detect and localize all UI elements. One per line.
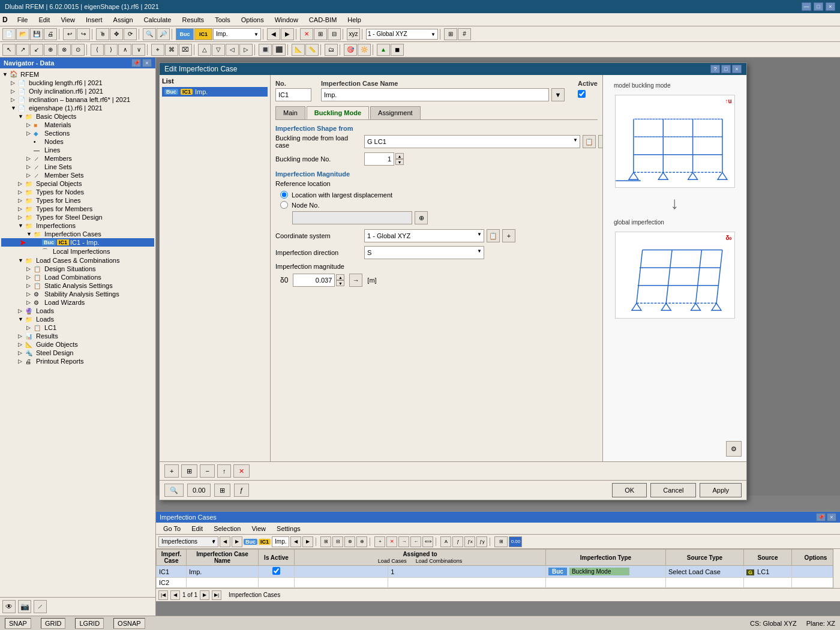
t2-19[interactable]: ⬛ (272, 44, 286, 56)
table-btn[interactable]: ⊞ (444, 28, 457, 40)
ic-table-scroll[interactable]: Imperf.Case Imperfection CaseName Is Act… (156, 549, 840, 588)
nav-types-steel[interactable]: ▷ 📁 Types for Steel Design (1, 213, 154, 221)
menu-options[interactable]: Options (236, 15, 269, 25)
t2-13[interactable]: ⌧ (179, 44, 192, 56)
nav-types-lines[interactable]: ▷ 📁 Types for Lines (1, 196, 154, 205)
menu-window[interactable]: Window (270, 15, 303, 25)
nav-sections[interactable]: ▷ ◆ Sections (1, 129, 154, 137)
menu-cad-bim[interactable]: CAD-BIM (304, 15, 341, 25)
node-pick-btn[interactable]: ⊕ (415, 211, 428, 224)
nav-line-btn[interactable]: ⟋ (34, 600, 47, 613)
nav-load-wizards[interactable]: ▷ 🔮 Loads (1, 307, 154, 315)
table-row-ic2[interactable]: IC2 (157, 578, 840, 588)
close-btn[interactable]: × (826, 2, 835, 11)
coord-new-btn[interactable]: + (502, 229, 515, 242)
coord-system-select[interactable]: 1 - Global XYZ (366, 29, 438, 40)
nav-steel-design[interactable]: ▷ 🔩 Steel Design (1, 349, 154, 357)
nav-guide-objects[interactable]: ▷ 📐 Guide Objects (1, 340, 154, 349)
ic-tb-prev[interactable]: ◀ (290, 536, 301, 547)
coord-system-wrapper[interactable]: 1 - Global XYZ (366, 29, 438, 40)
redo-btn[interactable]: ↪ (77, 28, 90, 40)
nav-special-objects[interactable]: ▷ 📁 Special Objects (1, 179, 154, 188)
preview-props-btn[interactable]: ⚙ (726, 441, 742, 457)
dialog-help-btn[interactable]: ? (710, 65, 720, 73)
ic-tb-15[interactable]: 0.00 (509, 536, 522, 547)
buckling-mode-no-input[interactable] (364, 152, 394, 166)
mag-spin-down[interactable]: ▼ (336, 280, 344, 286)
t2-4[interactable]: ⊕ (44, 44, 57, 56)
view2-btn[interactable]: ⊟ (328, 28, 341, 40)
apply-button[interactable]: Apply (700, 483, 742, 497)
ok-button[interactable]: OK (612, 483, 647, 497)
t2-8[interactable]: ⟩ (104, 44, 118, 56)
nav-local-imperfections[interactable]: ⌒ Local Imperfections (1, 247, 154, 256)
ic-tb-14[interactable]: ⊞ (494, 536, 508, 547)
ic-last-btn[interactable]: ▶| (212, 590, 221, 600)
nav-nodes[interactable]: • Nodes (1, 137, 154, 146)
ic-tb-12[interactable]: ƒx (464, 536, 475, 547)
search-btn[interactable]: 🔍 (164, 484, 184, 497)
minimize-btn[interactable]: — (802, 2, 811, 11)
radio-largest-displacement[interactable]: Location with largest displacement (280, 191, 598, 199)
navigator-pin[interactable]: 📌 (131, 59, 141, 67)
ic-menu-goto[interactable]: Go To (158, 524, 185, 533)
menu-tools[interactable]: Tools (210, 15, 235, 25)
ic-menu-settings[interactable]: Settings (272, 524, 305, 533)
nav-members[interactable]: ▷ ⟋ Members (1, 154, 154, 163)
ic-btn[interactable]: IC1 (194, 28, 212, 40)
t2-24[interactable]: 🔆 (358, 44, 371, 56)
tab-main[interactable]: Main (275, 106, 305, 119)
active-check-ic1[interactable] (272, 567, 280, 575)
prop-btn[interactable]: ƒ (234, 484, 248, 497)
nav-types-members[interactable]: ▷ 📁 Types for Members (1, 205, 154, 213)
radio-node-input[interactable] (280, 201, 288, 209)
prev-btn[interactable]: ◀ (267, 28, 280, 40)
view1-btn[interactable]: ⊞ (314, 28, 327, 40)
t2-18[interactable]: 🔳 (259, 44, 272, 56)
nav-load-cases[interactable]: ▷ 📋 Design Situations (1, 265, 154, 273)
ic-menu-edit[interactable]: Edit (187, 524, 208, 533)
zoom-out-btn[interactable]: 🔎 (157, 28, 170, 40)
spin-up-btn[interactable]: ▲ (395, 153, 404, 159)
menu-help[interactable]: Help (343, 15, 366, 25)
active-checkbox[interactable] (578, 90, 586, 98)
ic-panel-close[interactable]: × (827, 513, 836, 521)
t2-11[interactable]: ⌖ (151, 44, 164, 56)
buckling-edit-btn[interactable]: ✎ (598, 135, 602, 148)
ic-first-btn[interactable]: |◀ (158, 590, 168, 600)
cancel-button[interactable]: Cancel (650, 483, 696, 497)
ic-prev-btn[interactable]: ◀ (220, 536, 230, 547)
t2-1[interactable]: ↖ (2, 44, 16, 56)
nav-design-situations[interactable]: ▷ 📋 Load Combinations (1, 273, 154, 281)
nav-lc1[interactable]: ▷ 📋 LC1 (1, 323, 154, 332)
rotate-btn[interactable]: ⟳ (124, 28, 137, 40)
buckling-mode-select[interactable]: G LC1 (364, 135, 580, 148)
ic-prev-page-btn[interactable]: ◀ (170, 590, 180, 600)
t2-2[interactable]: ↗ (16, 44, 29, 56)
move-btn[interactable]: ✥ (110, 28, 123, 40)
coord-system-dialog-select[interactable]: 1 - Global XYZ (364, 229, 484, 242)
dialog-close-btn[interactable]: × (732, 65, 742, 73)
nav-only-inc[interactable]: ▷ 📄 Only inclination.rf6 | 2021 (1, 87, 154, 95)
node-no-input[interactable] (292, 211, 412, 224)
select-btn[interactable]: 🖱 (96, 28, 109, 40)
radio-node-no[interactable]: Node No. (280, 201, 598, 209)
reset-btn[interactable]: 0.00 (187, 484, 211, 497)
lgrid-status[interactable]: LGRID (75, 618, 104, 629)
nav-ic1-imp[interactable]: ➤ Buc IC1 IC1 - Imp. (1, 238, 154, 247)
case-name-input[interactable] (321, 88, 549, 101)
ic-tb-9[interactable]: ⟺ (422, 536, 433, 547)
ic-tb-13[interactable]: ƒy (476, 536, 487, 547)
ic-filter-select[interactable]: Imperfections (158, 536, 218, 547)
mag-arrow-btn[interactable]: → (349, 274, 362, 287)
ic-next-page-btn[interactable]: ▶ (200, 590, 209, 600)
ic-menu-selection[interactable]: Selection (209, 524, 245, 533)
nav-load-cases-comb[interactable]: ▼ 📁 Load Cases & Combinations (1, 256, 154, 265)
ic-tb-7[interactable]: → (398, 536, 409, 547)
ic-tb-10[interactable]: A (440, 536, 451, 547)
t2-14[interactable]: △ (198, 44, 211, 56)
t2-5[interactable]: ⊗ (58, 44, 71, 56)
ic-tb-1[interactable]: ⊞ (320, 536, 331, 547)
t2-7[interactable]: ⟨ (91, 44, 104, 56)
t2-17[interactable]: ▷ (239, 44, 253, 56)
